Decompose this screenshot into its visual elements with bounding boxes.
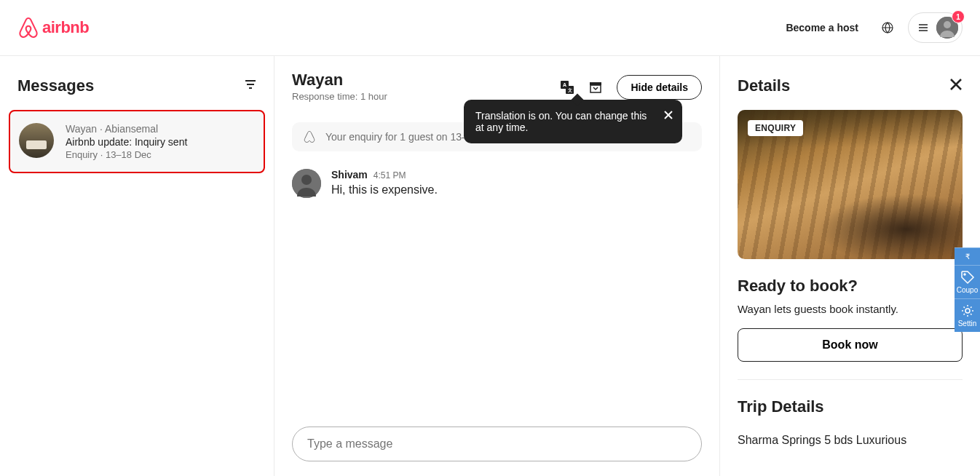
- close-icon: [663, 110, 673, 120]
- trip-section: Trip Details Sharma Springs 5 bds Luxuri…: [738, 380, 963, 464]
- message-header: Shivam 4:51 PM: [331, 169, 438, 181]
- book-now-button[interactable]: Book now: [738, 328, 963, 362]
- chat-title: Wayan: [292, 71, 387, 90]
- settings-widget[interactable]: Settin: [955, 298, 980, 332]
- hamburger-icon: [917, 22, 929, 33]
- filter-button[interactable]: [245, 79, 256, 93]
- archive-button[interactable]: [589, 81, 602, 94]
- svg-point-2: [944, 21, 951, 28]
- messages-sidebar: Messages Wayan · Abiansemal Airbnb updat…: [0, 56, 274, 476]
- brand-logo[interactable]: airbnb: [17, 16, 89, 39]
- coupon-label: Coupo: [957, 286, 978, 294]
- close-icon: [949, 78, 963, 91]
- messages-title: Messages: [17, 76, 94, 95]
- tooltip-text: Translation is on. You can change this a…: [475, 110, 647, 133]
- translation-tooltip: Translation is on. You can change this a…: [464, 100, 682, 143]
- messages-header: Messages: [0, 56, 274, 110]
- app-header: airbnb Become a host 1: [0, 0, 980, 56]
- trip-title: Trip Details: [738, 397, 963, 416]
- details-body: ENQUIRY Ready to book? Wayan lets guests…: [720, 110, 980, 464]
- main-layout: Messages Wayan · Abiansemal Airbnb updat…: [0, 56, 980, 476]
- svg-text:A: A: [563, 82, 566, 87]
- message-input[interactable]: [292, 427, 702, 461]
- message-avatar: [292, 169, 321, 198]
- svg-text:文: 文: [567, 87, 572, 92]
- settings-label: Settin: [958, 320, 977, 328]
- details-panel: Details ENQUIRY Ready to book? Wayan let…: [720, 56, 980, 476]
- message-row: Shivam 4:51 PM Hi, this is expensive.: [292, 169, 702, 198]
- language-button[interactable]: [873, 13, 902, 42]
- profile-menu-button[interactable]: 1: [908, 12, 963, 43]
- translate-button[interactable]: A文: [560, 80, 574, 95]
- ready-subtitle: Wayan lets guests book instantly.: [738, 303, 963, 315]
- notification-badge: 1: [952, 10, 965, 23]
- globe-icon: [882, 22, 893, 33]
- currency-widget[interactable]: ₹: [955, 247, 980, 265]
- hide-details-button[interactable]: Hide details: [617, 75, 702, 100]
- tag-icon: [960, 270, 975, 285]
- become-host-link[interactable]: Become a host: [777, 13, 867, 42]
- conversation-text: Wayan · Abiansemal Airbnb update: Inquir…: [66, 123, 255, 160]
- conversation-list: Wayan · Abiansemal Airbnb update: Inquir…: [0, 110, 274, 173]
- translate-icon: A文: [560, 80, 574, 95]
- conversation-detail: Enquiry · 13–18 Dec: [66, 149, 255, 160]
- chat-subtitle: Response time: 1 hour: [292, 91, 387, 102]
- svg-rect-5: [249, 87, 252, 89]
- message-body: Hi, this is expensive.: [331, 183, 438, 197]
- conversation-item[interactable]: Wayan · Abiansemal Airbnb update: Inquir…: [9, 110, 265, 173]
- side-widget: ₹ Coupo Settin: [955, 247, 980, 332]
- chat-panel: Wayan Response time: 1 hour A文 Hide deta…: [274, 56, 720, 476]
- archive-icon: [589, 81, 602, 94]
- airbnb-mini-icon: [304, 131, 315, 143]
- message-sender: Shivam: [331, 169, 368, 181]
- listing-image[interactable]: ENQUIRY: [738, 110, 963, 259]
- conversation-subject: Airbnb update: Inquiry sent: [66, 136, 255, 148]
- person-icon: [292, 169, 321, 198]
- tooltip-close-button[interactable]: [663, 110, 673, 122]
- svg-point-15: [965, 309, 970, 313]
- ready-section: Ready to book? Wayan lets guests book in…: [738, 259, 963, 380]
- ready-title: Ready to book?: [738, 277, 963, 295]
- svg-rect-4: [247, 84, 254, 85]
- conversation-meta: Wayan · Abiansemal: [66, 123, 255, 135]
- composer: [274, 412, 719, 476]
- brand-text: airbnb: [42, 18, 89, 37]
- trip-listing-name: Sharma Springs 5 bds Luxurious: [738, 434, 963, 447]
- details-title: Details: [738, 76, 790, 95]
- chat-actions: A文 Hide details: [560, 75, 702, 100]
- details-header: Details: [720, 56, 980, 110]
- enquiry-tag: ENQUIRY: [748, 120, 803, 136]
- chat-body: Your enquiry for 1 guest on 13–18 Dec ha…: [274, 115, 719, 412]
- message-content: Shivam 4:51 PM Hi, this is expensive.: [331, 169, 438, 198]
- chat-title-block: Wayan Response time: 1 hour: [292, 71, 387, 102]
- gear-icon: [960, 304, 975, 318]
- header-right: Become a host 1: [777, 12, 963, 43]
- conversation-avatar: [19, 123, 54, 158]
- details-close-button[interactable]: [949, 76, 963, 95]
- svg-point-13: [301, 175, 312, 185]
- coupon-widget[interactable]: Coupo: [955, 265, 980, 298]
- svg-point-14: [964, 274, 965, 275]
- airbnb-logo-icon: [17, 16, 39, 39]
- message-time: 4:51 PM: [374, 170, 406, 181]
- svg-rect-3: [245, 80, 256, 82]
- filter-icon: [245, 79, 256, 90]
